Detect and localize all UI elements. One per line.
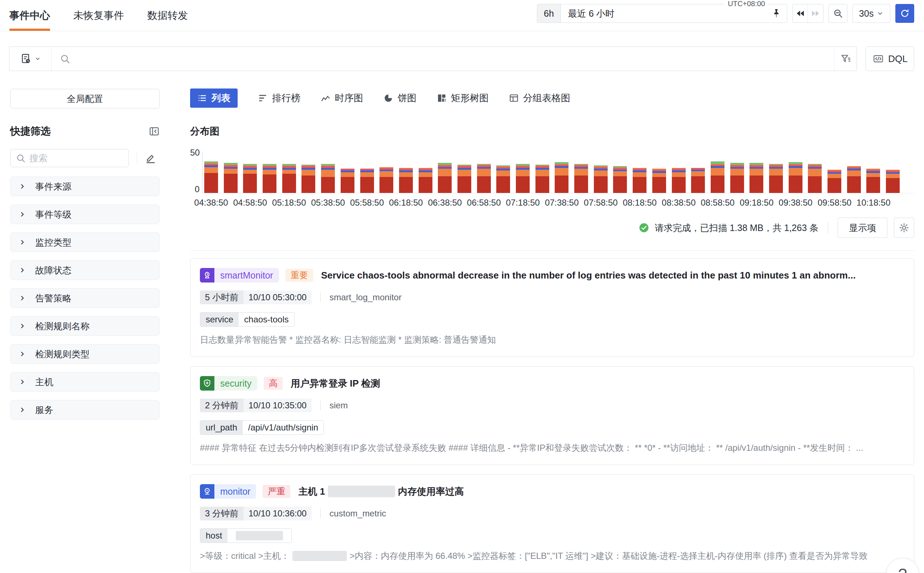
sidebar-filter-group[interactable]: 检测规则类型: [10, 344, 160, 364]
bar-segment-orange: [633, 172, 647, 177]
filter-button[interactable]: [834, 47, 857, 71]
event-title[interactable]: Service chaos-tools abnormal decrease in…: [321, 270, 856, 281]
quick-filter-search-input[interactable]: [30, 153, 123, 164]
quick-filter-title: 快捷筛选: [10, 124, 51, 138]
view-tab[interactable]: 排行榜: [258, 88, 301, 108]
skip-back-button[interactable]: [792, 4, 808, 22]
stacked-bar[interactable]: [516, 164, 530, 193]
view-tab[interactable]: 列表: [190, 88, 238, 108]
event-source-badge[interactable]: security: [200, 376, 257, 391]
stacked-bar[interactable]: [282, 164, 296, 193]
stacked-bar[interactable]: [438, 163, 452, 193]
event-search-input[interactable]: [75, 47, 834, 71]
bar-segment-orange: [360, 172, 374, 177]
stacked-bar[interactable]: [886, 170, 900, 193]
stacked-bar[interactable]: [672, 168, 686, 193]
event-source-icon-box: [200, 268, 215, 282]
sidebar-filter-group[interactable]: 主机: [10, 372, 160, 392]
nav-tab[interactable]: 数据转发: [147, 0, 188, 31]
display-columns-button[interactable]: 显示项: [838, 218, 887, 238]
stacked-bar[interactable]: [827, 170, 841, 193]
stacked-bar[interactable]: [711, 161, 725, 193]
sidebar-filter-group[interactable]: 故障状态: [10, 260, 160, 280]
stacked-bar[interactable]: [594, 165, 608, 193]
global-config-button[interactable]: 全局配置: [10, 89, 160, 108]
bar-segment-dark-red: [866, 177, 880, 193]
stacked-bar[interactable]: [321, 164, 335, 193]
sidebar-filter-group[interactable]: 监控类型: [10, 232, 160, 252]
event-card[interactable]: monitor严重主机 1内存使用率过高3 分钟前10/10 10:36:00c…: [190, 474, 914, 573]
stacked-bar[interactable]: [243, 164, 257, 193]
event-title[interactable]: 用户异常登录 IP 检测: [291, 377, 380, 390]
chevron-down-icon: [34, 55, 41, 62]
event-card-header: monitor严重主机 1内存使用率过高: [200, 484, 904, 499]
sidebar-filter-group[interactable]: 服务: [10, 400, 160, 420]
nav-tab[interactable]: 事件中心: [9, 0, 50, 31]
stacked-bar[interactable]: [263, 164, 276, 193]
stacked-bar[interactable]: [360, 169, 374, 193]
refresh-interval-select[interactable]: 30s: [852, 4, 890, 23]
event-source-badge[interactable]: smartMonitor: [200, 268, 279, 282]
edit-icon[interactable]: [145, 153, 156, 164]
skip-forward-button[interactable]: [808, 4, 823, 22]
event-source-icon-box: [200, 376, 215, 391]
stacked-bar[interactable]: [555, 162, 568, 193]
stacked-bar[interactable]: [808, 164, 822, 193]
settings-button[interactable]: [894, 218, 914, 238]
sidebar-filter-label: 服务: [35, 404, 53, 416]
bar-segment-orange: [886, 174, 900, 178]
stacked-bar[interactable]: [204, 161, 218, 193]
bar-segment-dark-red: [886, 178, 900, 193]
stacked-bar[interactable]: [536, 164, 549, 193]
stacked-bar[interactable]: [477, 164, 491, 193]
stacked-bar[interactable]: [769, 164, 783, 193]
event-channel: smart_log_monitor: [329, 292, 402, 302]
stacked-bar[interactable]: [789, 162, 802, 193]
stacked-bar[interactable]: [730, 163, 744, 193]
bar-segment-orange: [477, 169, 491, 176]
stacked-bar[interactable]: [633, 168, 647, 193]
view-tab[interactable]: 分组表格图: [509, 88, 570, 108]
event-tag[interactable]: servicechaos-tools: [200, 312, 294, 327]
sidebar-filter-group[interactable]: 事件来源: [10, 177, 160, 196]
stacked-bar[interactable]: [866, 169, 880, 193]
pin-icon[interactable]: [771, 8, 782, 19]
stacked-bar[interactable]: [691, 168, 705, 193]
view-tab[interactable]: 饼图: [384, 88, 417, 108]
stacked-bar[interactable]: [496, 165, 510, 193]
stacked-bar[interactable]: [750, 163, 763, 193]
zoom-out-button[interactable]: [828, 4, 847, 23]
event-tag[interactable]: host: [200, 528, 292, 543]
stacked-bar[interactable]: [652, 169, 666, 193]
view-tab[interactable]: 时序图: [321, 88, 363, 108]
time-range-picker[interactable]: UTC+08:00 6h 最近 6 小时: [537, 4, 787, 23]
bar-segment-orange: [516, 170, 530, 176]
bar-segment-orange: [263, 170, 276, 175]
stacked-bar[interactable]: [419, 168, 432, 193]
stacked-bar[interactable]: [457, 164, 471, 193]
stacked-bar[interactable]: [301, 164, 315, 193]
event-card[interactable]: security高用户异常登录 IP 检测2 分钟前10/10 10:35:00…: [190, 366, 914, 465]
stacked-bar[interactable]: [341, 169, 354, 193]
redacted-text: [328, 485, 395, 497]
event-card[interactable]: smartMonitor重要Service chaos-tools abnorm…: [190, 258, 914, 357]
event-title[interactable]: 主机 1内存使用率过高: [298, 485, 464, 498]
sidebar-filter-group[interactable]: 事件等级: [10, 205, 160, 224]
stacked-bar[interactable]: [399, 168, 413, 193]
stacked-bar[interactable]: [379, 167, 393, 193]
divider: [137, 152, 137, 164]
stacked-bar[interactable]: [574, 164, 588, 193]
stacked-bar[interactable]: [847, 166, 861, 193]
search-type-selector[interactable]: [9, 47, 52, 71]
sidebar-filter-group[interactable]: 告警策略: [10, 288, 160, 308]
nav-tab[interactable]: 未恢复事件: [73, 0, 124, 31]
view-tab[interactable]: 矩形树图: [437, 88, 489, 108]
event-source-badge[interactable]: monitor: [200, 484, 256, 499]
collapse-panel-icon[interactable]: [149, 126, 160, 137]
sidebar-filter-group[interactable]: 检测规则名称: [10, 316, 160, 336]
stacked-bar[interactable]: [224, 163, 238, 193]
event-tag[interactable]: url_path/api/v1/auth/signin: [200, 420, 324, 435]
stacked-bar[interactable]: [613, 166, 627, 193]
dql-button[interactable]: DQL: [866, 46, 914, 71]
refresh-button[interactable]: [895, 4, 914, 23]
